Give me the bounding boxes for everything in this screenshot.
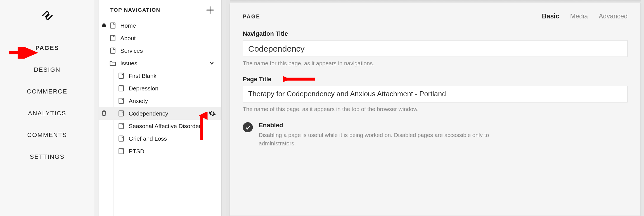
enabled-toggle[interactable] [243, 122, 253, 132]
page-row-about[interactable]: About [99, 32, 221, 44]
svg-rect-1 [110, 23, 115, 28]
page-icon [118, 98, 125, 104]
svg-rect-3 [110, 48, 115, 54]
sidebar-item-settings[interactable]: SETTINGS [0, 146, 94, 167]
pages-header: TOP NAVIGATION [99, 0, 221, 19]
sidebar-item-design[interactable]: DESIGN [0, 59, 94, 80]
sidebar-item-comments[interactable]: COMMENTS [0, 124, 94, 146]
svg-rect-9 [119, 123, 124, 129]
page-settings-button[interactable] [209, 110, 216, 117]
tab-advanced[interactable]: Advanced [599, 13, 628, 20]
page-label: Services [120, 47, 143, 54]
add-page-button[interactable] [206, 6, 214, 14]
folder-icon [110, 60, 116, 67]
page-title-input[interactable] [243, 86, 628, 103]
sidebar-item-pages[interactable]: PAGES [0, 37, 94, 59]
page-label: About [120, 35, 136, 42]
trash-icon [101, 110, 107, 117]
plus-icon [206, 6, 214, 14]
page-row-grief[interactable]: Grief and Loss [99, 132, 221, 145]
page-title-help: The name of this page, as it appears in … [243, 106, 628, 112]
tab-media[interactable]: Media [570, 13, 588, 20]
page-icon [118, 110, 125, 117]
page-icon [118, 148, 125, 155]
settings-tabs: Basic Media Advanced [542, 13, 628, 20]
enabled-label: Enabled [259, 121, 502, 129]
page-icon [118, 73, 125, 79]
navigation-title-field: Navigation Title The name for this page,… [243, 30, 628, 67]
page-row-first-blank[interactable]: First Blank [99, 69, 221, 82]
chevron-down-icon[interactable] [209, 61, 214, 65]
page-label: Grief and Loss [129, 135, 167, 142]
sidebar-item-commerce[interactable]: COMMERCE [0, 80, 94, 102]
page-icon [118, 135, 125, 142]
svg-point-8 [211, 112, 213, 114]
tab-basic[interactable]: Basic [542, 13, 559, 20]
navigation-title-help: The name for this page, as it appears in… [243, 60, 628, 67]
page-icon [110, 22, 116, 29]
pages-header-title: TOP NAVIGATION [110, 7, 160, 13]
page-label: First Blank [129, 73, 157, 79]
pages-panel: TOP NAVIGATION Home [98, 0, 221, 216]
svg-rect-5 [119, 86, 124, 91]
page-title-field: Page Title The name of this page, as it … [243, 76, 628, 112]
page-row-codependency[interactable]: Codependency [99, 107, 221, 120]
page-icon [118, 123, 125, 129]
page-label: Issues [120, 60, 138, 67]
page-row-issues[interactable]: Issues [99, 57, 221, 69]
page-tree: Home About Services Issues [99, 19, 221, 157]
page-row-anxiety[interactable]: Anxiety [99, 95, 221, 107]
page-icon [110, 35, 116, 42]
navigation-title-label: Navigation Title [243, 30, 628, 37]
delete-page-button[interactable] [101, 110, 107, 117]
main-sidebar: PAGES DESIGN COMMERCE ANALYTICS COMMENTS… [0, 0, 94, 216]
page-row-ptsd[interactable]: PTSD [99, 145, 221, 157]
check-icon [245, 124, 251, 130]
page-row-depression[interactable]: Depression [99, 82, 221, 95]
page-row-home[interactable]: Home [99, 19, 221, 32]
enabled-field: Enabled Disabling a page is useful while… [243, 121, 628, 148]
settings-panel-title: PAGE [243, 13, 261, 20]
home-indicator-icon [101, 22, 107, 28]
gear-icon [209, 110, 216, 117]
sidebar-item-analytics[interactable]: ANALYTICS [0, 102, 94, 124]
page-settings-overlay: PAGE Basic Media Advanced Navigation Tit… [226, 0, 644, 216]
svg-rect-4 [119, 73, 124, 79]
page-label: Home [120, 22, 136, 29]
svg-rect-2 [110, 35, 115, 41]
page-icon [118, 85, 125, 92]
page-title-label: Page Title [243, 76, 628, 83]
logo-icon [41, 9, 53, 22]
svg-rect-10 [119, 136, 124, 141]
page-label: Anxiety [129, 98, 148, 104]
svg-rect-7 [119, 111, 124, 116]
page-icon [110, 47, 116, 54]
page-row-services[interactable]: Services [99, 44, 221, 57]
navigation-title-input[interactable] [243, 40, 628, 57]
enabled-help: Disabling a page is useful while it is b… [259, 131, 502, 148]
page-label: PTSD [129, 148, 145, 155]
page-label: Codependency [129, 110, 168, 117]
squarespace-logo [41, 9, 53, 22]
page-settings-panel: PAGE Basic Media Advanced Navigation Tit… [230, 3, 641, 216]
svg-rect-11 [119, 148, 124, 154]
page-label: Seasonal Affective Disorder [129, 123, 201, 129]
svg-rect-6 [119, 98, 124, 104]
preview-sliver [221, 0, 226, 216]
page-row-sad[interactable]: Seasonal Affective Disorder [99, 120, 221, 132]
page-label: Depression [129, 85, 158, 92]
